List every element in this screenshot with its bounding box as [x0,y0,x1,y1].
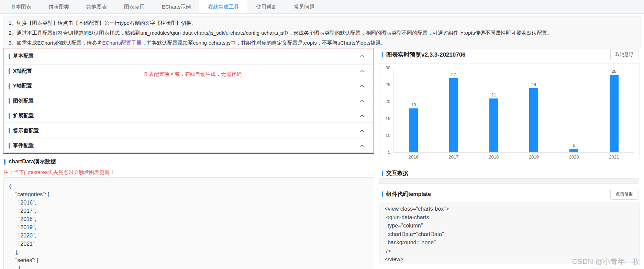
component-code-title: 组件代码template [386,191,431,198]
chart-bar-2018 [489,98,498,152]
accordion-section-提示窗配置[interactable]: 提示窗配置 [4,124,373,138]
tab-常见问题[interactable]: 常见问题 [285,0,323,13]
textarea-update-note: 注：当下面textarea失去焦点时会触发图表更新！ [3,169,115,176]
x-category-label: 2017 [443,154,464,160]
accordion-section-title: X轴配置 [13,68,32,74]
bar-value-label: 28 [607,69,621,74]
component-code-header: 组件代码template 点击复制 [382,189,641,199]
interaction-title: 交互数据 [386,170,408,177]
chevron-up-icon[interactable] [359,98,365,104]
chevron-up-icon[interactable] [359,143,365,148]
chart-bar-2019 [529,88,538,152]
x-category-label: 2021 [604,154,624,160]
tab-使用帮助[interactable]: 使用帮助 [247,0,285,13]
bar-value-label: 18 [407,102,420,107]
section-accent-bar [9,143,10,149]
accordion-section-title: Y轴配置 [13,83,32,89]
section-accent-bar [382,191,383,197]
x-category-label: 2020 [564,154,584,160]
accordion-section-扩展配置[interactable]: 扩展配置 [4,109,373,123]
chevron-up-icon[interactable] [359,113,365,118]
chevron-up-icon[interactable] [359,69,365,74]
chart-bar-2017 [449,78,458,152]
section-accent-bar [9,128,10,133]
partial-bottom-button [589,268,628,269]
instruction-line-3-post: ，并将默认配置添加至config-echarts.js中，其组件对应的自定义配置… [142,40,386,46]
section-accent-bar [9,54,10,59]
accordion-section-图例配置[interactable]: 图例配置 [4,94,373,108]
y-tick-label: 20 [379,99,390,104]
chartdata-section-header: chartData演示数据 [4,158,373,165]
chartdata-section-title: chartData演示数据 [9,158,56,165]
y-tick-label: 15 [379,116,390,121]
x-category-label: 2019 [523,154,544,160]
config-annotation: 图表配置项区域，在线自动生成，无需代码 [144,71,242,78]
tab-在线生成工具[interactable]: 在线生成工具 [199,0,247,13]
y-axis-line [393,68,394,152]
section-accent-bar [382,52,383,57]
accordion-section-title: 扩展配置 [13,113,34,119]
accordion-section-title: 提示窗配置 [13,128,39,134]
section-accent-bar [9,83,10,89]
page-root: 基本图表饼状图类其他图表图表应用ECharts示例在线生成工具使用帮助常见问题 … [0,0,644,269]
accordion-section-基本配置[interactable]: 基本配置 [4,49,373,63]
bar-value-label: 6 [567,143,581,148]
component-code-block: <view class="charts-box"> <qiun-data-cha… [379,202,640,264]
chart-bar-2021 [610,75,619,152]
chevron-up-icon[interactable] [359,54,365,59]
tab-其他图表[interactable]: 其他图表 [78,0,115,13]
x-category-label: 2018 [484,154,504,160]
accordion-section-事件配置[interactable]: 事件配置 [4,139,373,153]
interaction-header: 交互数据 [382,169,641,177]
bar-value-label: 24 [527,82,541,87]
column-chart: 3025201510518201627201721201824201962020… [379,63,640,160]
section-accent-bar [9,68,10,74]
copy-code-button[interactable]: 点击复制 [610,189,639,200]
section-accent-bar [9,113,10,119]
interaction-data-box [379,178,639,184]
preview-header: 图表实时预览v2.3.3-20210706 取消悬浮 [382,49,641,60]
csdn-watermark: CSDN @小青年一枚 [572,257,640,266]
y-tick-label: 5 [379,150,390,155]
chevron-up-icon[interactable] [359,83,365,89]
chart-preview-box: 3025201510518201627201721201824201962020… [379,63,640,160]
accordion-section-title: 图例配置 [13,98,34,104]
chartdata-json-textarea[interactable] [3,177,374,269]
echarts-manual-link[interactable]: ECharts配置手册 [102,40,142,46]
chart-bar-2020 [569,149,578,152]
accordion-section-Y轴配置[interactable]: Y轴配置 [4,79,373,93]
accordion-section-title: 事件配置 [13,142,34,149]
y-tick-label: 25 [379,82,390,87]
cancel-float-button[interactable]: 取消悬浮 [610,49,639,60]
bar-value-label: 21 [487,92,501,97]
section-accent-bar [4,159,5,165]
chart-bar-2016 [409,108,418,152]
tab-ECharts示例[interactable]: ECharts示例 [153,0,199,13]
tab-饼状图类[interactable]: 饼状图类 [40,0,78,13]
tab-基本图表[interactable]: 基本图表 [2,0,40,13]
tab-图表应用[interactable]: 图表应用 [115,0,153,13]
chevron-up-icon[interactable] [359,128,365,133]
preview-title: 图表实时预览v2.3.3-20210706 [386,51,466,59]
x-axis-line [393,152,634,153]
section-accent-bar [9,98,10,104]
accordion-section-title: 基本配置 [13,53,34,59]
y-tick-label: 10 [379,133,390,138]
instruction-line-3-pre: 3、如需生成ECharts的默认配置，请参考 [9,40,102,46]
x-category-label: 2016 [403,154,424,160]
section-accent-bar [382,171,383,176]
bar-value-label: 27 [447,72,460,77]
preview-panel: 图表实时预览v2.3.3-20210706 取消悬浮 3025201510518… [379,0,641,269]
config-accordion: 基本配置X轴配置Y轴配置图例配置扩展配置提示窗配置事件配置 [4,49,373,154]
y-tick-label: 30 [379,65,390,70]
top-tabs: 基本图表饼状图类其他图表图表应用ECharts示例在线生成工具使用帮助常见问题 [0,0,644,14]
